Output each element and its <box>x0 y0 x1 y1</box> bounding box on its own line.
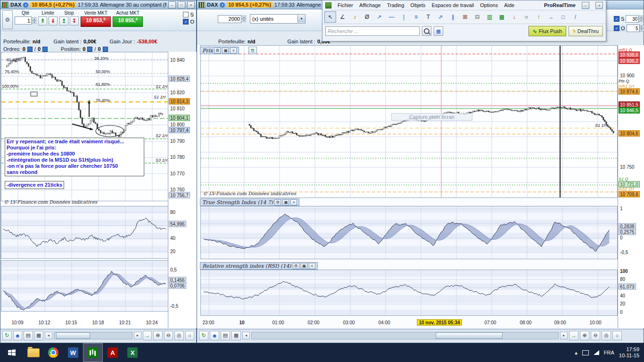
fibonacci-tool[interactable]: ≡ <box>410 11 422 23</box>
trade-note-box[interactable]: Err y repensant; ce trade était vraiment… <box>5 138 144 176</box>
taskbar-excel[interactable]: X <box>123 343 142 362</box>
taskbar-acrobat[interactable]: A <box>103 343 123 362</box>
horizontal-scrollbar[interactable] <box>54 332 132 339</box>
text-tool[interactable]: T <box>422 11 434 23</box>
wrench-icon[interactable]: ⚙ <box>274 199 281 206</box>
zoom-in-icon[interactable]: ⊕ <box>153 331 163 340</box>
wrench-icon[interactable]: ⚙ <box>293 263 299 269</box>
tray-language[interactable]: FRA <box>604 350 614 355</box>
info-icon[interactable]: i <box>220 2 225 8</box>
zoom-reset-icon[interactable]: ◎ <box>602 331 611 340</box>
menu-item-affichage[interactable]: Affichage <box>359 2 381 8</box>
layout-grid-icon[interactable]: ▦ <box>231 331 241 340</box>
menu-item-aide[interactable]: Aide <box>504 2 514 8</box>
horizontal-line-tool[interactable]: — <box>386 11 397 23</box>
taskbar-chrome[interactable] <box>43 343 63 362</box>
pan-right-icon[interactable]: → <box>569 331 578 340</box>
left-price-chart[interactable] <box>1 52 168 201</box>
trendline-tool[interactable]: ↗ <box>373 11 385 23</box>
rectangle-tool[interactable]: □ <box>557 11 569 23</box>
menu-item-trading[interactable]: Trading <box>387 2 405 8</box>
position-info-icon[interactable] <box>87 47 92 52</box>
vertical-line-tool[interactable]: | <box>398 11 410 23</box>
taskbar-clock[interactable]: 17:59 10-11-15 <box>619 346 639 359</box>
zoom-fit-icon[interactable]: ○ <box>185 331 195 340</box>
segment-tool[interactable]: / <box>570 11 581 23</box>
s-stepper[interactable]: ▲▼ <box>639 16 643 22</box>
units-dropdown[interactable]: (x) unités ▼ <box>250 14 305 24</box>
left-indicator1-chart[interactable] <box>1 206 168 259</box>
o-value-input[interactable] <box>627 25 640 32</box>
tsi-indicator-chart[interactable] <box>200 206 618 259</box>
buy-stop-button[interactable]: ↥ <box>59 16 68 25</box>
close-button[interactable]: × <box>187 1 195 8</box>
s-value-input[interactable] <box>626 15 639 23</box>
o-checkbox[interactable]: ✓ <box>183 19 189 25</box>
info-icon[interactable]: i <box>23 2 28 8</box>
accounts-icon[interactable]: ☻ <box>210 331 219 340</box>
menu-item-espaces-de-travail[interactable]: Espaces de travail <box>431 2 474 8</box>
scrollbar-thumb[interactable] <box>436 332 503 339</box>
start-button[interactable] <box>0 343 24 362</box>
patterns-tool[interactable]: ▩ <box>496 11 508 23</box>
dropdown-arrow-icon[interactable]: ▼ <box>297 15 305 23</box>
ruler-tool[interactable]: ∠ <box>337 11 348 23</box>
zoom-tool[interactable]: Ø <box>361 11 373 23</box>
taskbar-word[interactable]: W <box>63 343 83 362</box>
window-icon[interactable]: ▣ <box>282 199 289 206</box>
sell-limit-button[interactable]: ⇓ <box>49 16 58 25</box>
settings-wrench-icon[interactable]: ⚙ <box>2 10 13 29</box>
qty-stepper[interactable]: ▲▼ <box>32 17 36 24</box>
zoom-in-icon[interactable]: ⊕ <box>580 331 589 340</box>
expand-arrows-icon[interactable]: ⇈ <box>248 47 257 54</box>
o-checkbox[interactable]: ✓ <box>614 25 619 31</box>
scroll-left-button[interactable]: ◂ <box>242 332 250 339</box>
right-price-scale[interactable]: mR1 Q10 938,610 936,210 900Pts QmR1 1H10… <box>618 45 644 328</box>
taskbar-file-explorer[interactable] <box>24 343 43 362</box>
window-icon[interactable]: ▣ <box>301 263 307 269</box>
qty-input[interactable] <box>218 15 241 23</box>
parallel-lines-tool[interactable]: ∥ <box>447 11 459 23</box>
wrench-icon[interactable]: ⚙ <box>214 48 221 54</box>
zoom-out-icon[interactable]: ⊖ <box>591 331 600 340</box>
forward-tool[interactable]: → <box>545 11 557 23</box>
s-checkbox[interactable] <box>183 12 189 17</box>
divergence-note-box[interactable]: -divergence en 21ticks <box>5 181 64 189</box>
zoom-reset-icon[interactable]: ◎ <box>174 331 184 340</box>
alert-bell-tool[interactable]: ♪ <box>349 11 361 23</box>
zoom-out-icon[interactable]: ⊖ <box>164 331 173 340</box>
indicators-tool[interactable]: ▥ <box>484 11 495 23</box>
sell-market-button[interactable]: 10 853,5 <box>81 16 111 27</box>
ordres-info-icon-2[interactable] <box>42 47 48 52</box>
cursor-tool[interactable]: ↖ <box>324 11 336 23</box>
scroll-right-button[interactable]: ▸ <box>560 332 568 339</box>
menu-item-options[interactable]: Options <box>480 2 498 8</box>
menu-close-button[interactable]: × <box>595 2 603 9</box>
sell-stop-button[interactable]: ↧ <box>70 16 79 25</box>
right-price-chart[interactable] <box>200 45 618 198</box>
layout-grid-icon[interactable]: ▦ <box>34 331 44 340</box>
close-icon[interactable]: × <box>290 199 297 206</box>
restore-button[interactable]: □ <box>178 1 185 8</box>
s-checkbox[interactable]: ✓ <box>614 16 619 22</box>
flux-push-button[interactable]: ∿ Flux Push <box>528 26 566 36</box>
window-icon[interactable]: ▣ <box>222 48 229 54</box>
scrollbar-thumb[interactable] <box>56 332 90 339</box>
close-icon[interactable]: × <box>309 263 315 269</box>
close-icon[interactable]: × <box>230 48 237 54</box>
network-icon[interactable] <box>594 350 599 355</box>
menu-item-fichier[interactable]: Fichier <box>338 2 353 8</box>
search-input[interactable] <box>325 26 420 36</box>
menu-item-objets[interactable]: Objets <box>411 2 426 8</box>
orders-list-icon[interactable]: ▤ <box>221 331 230 340</box>
eraser-tool[interactable]: ⊠ <box>459 11 471 23</box>
scroll-right-button[interactable]: ▸ <box>134 332 141 339</box>
arrow-tool[interactable]: ⇗ <box>435 11 446 23</box>
left-price-scale[interactable]: 10 84010 828,410 82010 814,310 81010 804… <box>168 52 197 328</box>
download-tool[interactable]: ↓ <box>508 11 520 23</box>
minimize-button[interactable]: – <box>168 1 176 8</box>
accounts-icon[interactable]: ☻ <box>13 331 23 340</box>
lasso-tool[interactable]: ○ <box>520 11 532 23</box>
zoom-fit-icon[interactable]: ○ <box>612 331 622 340</box>
pan-right-icon[interactable]: → <box>143 331 152 340</box>
